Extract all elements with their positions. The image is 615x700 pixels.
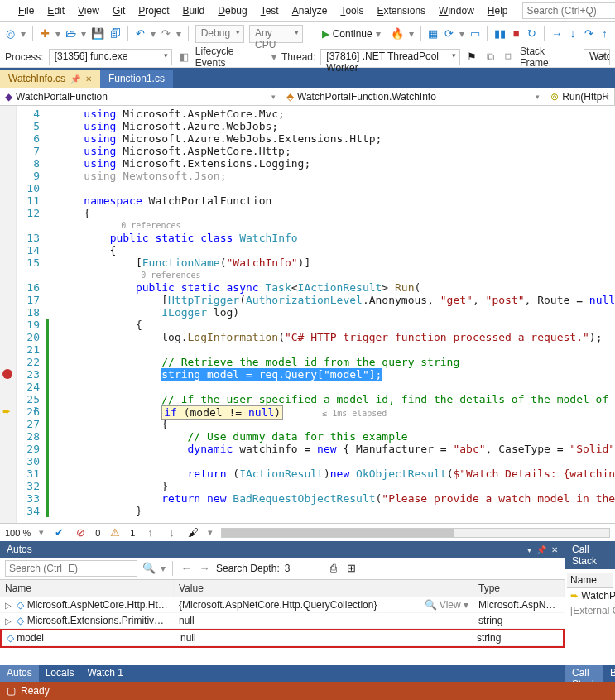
code-editor[interactable]: ➨ 45678910111213141516171819202122232425… <box>0 106 615 523</box>
nav-combo-row: ◆WatchPortalFunction ⬘WatchPortalFunctio… <box>0 88 615 106</box>
callstack-row[interactable]: [External Code <box>567 603 613 618</box>
lifecycle-icon[interactable]: ◧ <box>177 50 190 64</box>
menu-window[interactable]: Window <box>432 2 481 19</box>
step-out-icon[interactable]: ↑ <box>599 27 610 41</box>
zoom-level[interactable]: 100 % <box>5 528 31 538</box>
menu-view[interactable]: View <box>71 2 106 19</box>
dropdown-icon[interactable]: ▾ <box>527 545 531 554</box>
stop-icon[interactable]: ■ <box>511 27 521 41</box>
tool-icon-2[interactable]: ⊞ <box>345 562 358 575</box>
current-line-icon: ➨ <box>2 405 11 417</box>
brush-icon[interactable]: 🖌 <box>186 526 199 539</box>
output-icon[interactable]: ▢ <box>7 685 16 697</box>
pin-icon[interactable]: 📌 <box>70 74 80 84</box>
show-next-icon[interactable]: → <box>551 27 562 41</box>
thread-label: Thread: <box>281 51 315 63</box>
bottom-tab-watch-1[interactable]: Watch 1 <box>80 665 130 682</box>
autos-search-input[interactable] <box>5 560 137 577</box>
status-text: Ready <box>21 685 50 697</box>
menu-help[interactable]: Help <box>481 2 515 19</box>
warning-icon[interactable]: ⚠ <box>108 526 122 539</box>
close-icon[interactable]: ✕ <box>85 74 92 84</box>
breakpoint-gutter[interactable]: ➨ <box>0 106 17 523</box>
datatip-pin-icon[interactable]: 🖈 <box>31 405 41 415</box>
menu-debug[interactable]: Debug <box>211 2 253 19</box>
bottom-tab-break[interactable]: Break <box>603 665 615 682</box>
save-icon[interactable]: 💾 <box>91 27 104 41</box>
hot-reload-icon[interactable]: 🔥 <box>391 27 404 41</box>
back-nav-icon[interactable]: ◎ <box>5 27 16 41</box>
autos-header: NameValueType <box>0 580 565 597</box>
error-icon[interactable]: ⊘ <box>74 526 87 539</box>
nav-fwd-icon[interactable]: → <box>198 562 211 575</box>
callstack-panel: Call Stack Name ➨ WatchPortalFu [Externa… <box>565 541 615 682</box>
debug-panels: Autos ▾📌✕ 🔍▾ ← → Search Depth: 3 ⎙ ⊞ Nam… <box>0 541 615 682</box>
menu-tools[interactable]: Tools <box>334 2 370 19</box>
menu-bar: FileEditViewGitProjectBuildDebugTestAnal… <box>0 0 615 22</box>
stackframe-combo[interactable]: WatchPo <box>584 49 610 65</box>
thread-combo[interactable]: [37816] .NET ThreadPool Worker <box>320 49 460 65</box>
class-combo[interactable]: ⬘WatchPortalFunction.WatchInfo <box>281 88 545 105</box>
menu-edit[interactable]: Edit <box>41 2 71 19</box>
config-combo[interactable]: Debug <box>195 25 244 43</box>
menu-extensions[interactable]: Extensions <box>370 2 432 19</box>
error-count: 0 <box>95 528 100 538</box>
breakpoint-icon[interactable] <box>2 369 12 379</box>
global-search-input[interactable] <box>522 2 615 19</box>
autos-bottom-tabs: AutosLocalsWatch 1 <box>0 665 565 682</box>
menu-build[interactable]: Build <box>176 2 212 19</box>
app-icon[interactable]: ▭ <box>469 27 480 41</box>
search-icon[interactable]: 🔍 <box>142 562 156 575</box>
threads2-icon[interactable]: ⧉ <box>502 50 515 64</box>
callstack-bottom-tabs: Call StackBreak <box>565 665 615 682</box>
horizontal-scrollbar[interactable] <box>221 528 610 538</box>
menu-test[interactable]: Test <box>254 2 286 19</box>
prev-icon[interactable]: ↑ <box>143 526 156 539</box>
autos-title-bar[interactable]: Autos ▾📌✕ <box>0 541 565 558</box>
health-icon[interactable]: ✔ <box>52 526 65 539</box>
flag-icon[interactable]: ⚑ <box>465 50 478 64</box>
restart-icon[interactable]: ↻ <box>526 27 537 41</box>
tool-icon-1[interactable]: ⎙ <box>327 562 340 575</box>
tab-function1[interactable]: Function1.cs <box>100 70 173 88</box>
next-icon[interactable]: ↓ <box>165 526 178 539</box>
autos-grid[interactable]: NameValueType ▷ ◇ Microsoft.AspNetCore.H… <box>0 580 565 665</box>
project-combo[interactable]: ◆WatchPortalFunction <box>0 88 281 105</box>
bottom-tab-locals[interactable]: Locals <box>39 665 81 682</box>
callstack-row[interactable]: ➨ WatchPortalFu <box>567 588 613 603</box>
step-over-icon[interactable]: ↷ <box>584 27 594 41</box>
callstack-title-bar[interactable]: Call Stack <box>565 541 615 569</box>
warning-count: 1 <box>130 528 135 538</box>
bottom-tab-call-stack[interactable]: Call Stack <box>565 665 603 682</box>
undo-icon[interactable]: ↶ <box>134 27 145 41</box>
autos-row[interactable]: ◇ modelnullstring <box>0 629 565 648</box>
new-project-icon[interactable]: ✚ <box>40 27 50 41</box>
process-combo[interactable]: [31356] func.exe <box>49 49 172 65</box>
bottom-tab-autos[interactable]: Autos <box>0 665 39 682</box>
menu-git[interactable]: Git <box>106 2 132 19</box>
autos-row[interactable]: ▷ ◇ Microsoft.AspNetCore.Http.Http…{Micr… <box>0 597 565 613</box>
pin-icon[interactable]: 📌 <box>536 545 546 554</box>
reload-icon[interactable]: ⟳ <box>444 27 454 41</box>
platform-combo[interactable]: Any CPU <box>249 25 303 43</box>
menu-analyze[interactable]: Analyze <box>286 2 334 19</box>
code-area[interactable]: using Microsoft.AspNetCore.Mvc; using Mi… <box>58 106 615 523</box>
close-icon[interactable]: ✕ <box>551 545 558 554</box>
step-into-icon[interactable]: ↓ <box>567 27 578 41</box>
tab-watchinfo[interactable]: WatchInfo.cs 📌 ✕ <box>0 70 100 88</box>
member-combo[interactable]: ⊚Run(HttpR <box>545 88 615 105</box>
browser-link-icon[interactable]: ▦ <box>428 27 439 41</box>
save-all-icon[interactable]: 🗐 <box>109 27 120 41</box>
threads-icon[interactable]: ⧉ <box>483 50 497 64</box>
menu-project[interactable]: Project <box>132 2 175 19</box>
depth-combo[interactable]: 3 <box>285 563 313 574</box>
pause-icon[interactable]: ▮▮ <box>494 27 506 41</box>
nav-back-icon[interactable]: ← <box>180 562 193 575</box>
autos-row[interactable]: ▷ ◇ Microsoft.Extensions.Primitives.S…nu… <box>0 613 565 629</box>
menu-file[interactable]: File <box>12 2 41 19</box>
callstack-header: Name <box>567 573 613 588</box>
open-icon[interactable]: 🗁 <box>65 27 76 41</box>
tab-label: Function1.cs <box>108 73 165 84</box>
continue-button[interactable]: ▶Continue ▾ <box>317 26 386 41</box>
autos-toolbar: 🔍▾ ← → Search Depth: 3 ⎙ ⊞ <box>0 558 565 580</box>
